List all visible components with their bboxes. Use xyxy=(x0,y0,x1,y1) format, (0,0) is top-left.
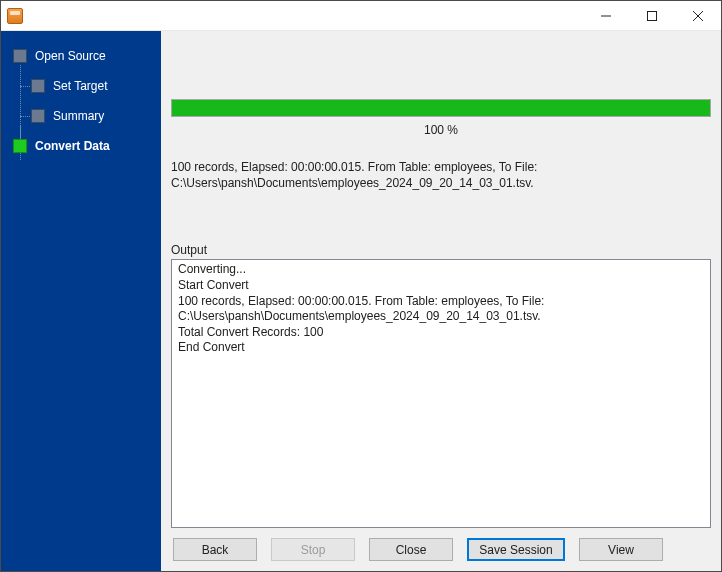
status-line: C:\Users\pansh\Documents\employees_2024_… xyxy=(171,175,711,191)
title-bar[interactable] xyxy=(1,1,721,31)
maximize-button[interactable] xyxy=(629,1,675,30)
output-line: Total Convert Records: 100 xyxy=(178,325,704,341)
window-close-button[interactable] xyxy=(675,1,721,30)
output-line: Converting... xyxy=(178,262,704,278)
minimize-button[interactable] xyxy=(583,1,629,30)
status-text: 100 records, Elapsed: 00:00:00.015. From… xyxy=(171,159,711,191)
progress-percent-label: 100 % xyxy=(171,123,711,137)
sidebar-item-summary[interactable]: Summary xyxy=(1,101,161,131)
sidebar-item-label: Convert Data xyxy=(35,139,110,153)
sidebar-item-label: Open Source xyxy=(35,49,106,63)
wizard-sidebar: Open Source Set Target Summary Convert D… xyxy=(1,31,161,571)
svg-rect-1 xyxy=(648,11,657,20)
save-session-button[interactable]: Save Session xyxy=(467,538,565,561)
output-section: Output Converting...Start Convert100 rec… xyxy=(171,243,711,528)
output-label: Output xyxy=(171,243,711,257)
sidebar-item-label: Summary xyxy=(53,109,104,123)
app-icon xyxy=(7,8,23,24)
output-line: End Convert xyxy=(178,340,704,356)
output-line: 100 records, Elapsed: 00:00:00.015. From… xyxy=(178,294,704,325)
step-icon xyxy=(13,49,27,63)
step-icon xyxy=(31,109,45,123)
button-row: Back Stop Close Save Session View xyxy=(171,528,711,565)
output-line: Start Convert xyxy=(178,278,704,294)
view-button[interactable]: View xyxy=(579,538,663,561)
sidebar-item-convert-data[interactable]: Convert Data xyxy=(1,131,161,161)
step-icon xyxy=(31,79,45,93)
main-panel: 100 % 100 records, Elapsed: 00:00:00.015… xyxy=(161,31,721,571)
close-button[interactable]: Close xyxy=(369,538,453,561)
progress-area: 100 % xyxy=(171,99,711,137)
sidebar-item-open-source[interactable]: Open Source xyxy=(1,41,161,71)
app-window: Open Source Set Target Summary Convert D… xyxy=(0,0,722,572)
step-icon xyxy=(13,139,27,153)
sidebar-item-set-target[interactable]: Set Target xyxy=(1,71,161,101)
status-line: 100 records, Elapsed: 00:00:00.015. From… xyxy=(171,159,711,175)
progress-bar xyxy=(171,99,711,117)
back-button[interactable]: Back xyxy=(173,538,257,561)
output-textarea[interactable]: Converting...Start Convert100 records, E… xyxy=(171,259,711,528)
window-controls xyxy=(583,1,721,30)
sidebar-item-label: Set Target xyxy=(53,79,107,93)
stop-button: Stop xyxy=(271,538,355,561)
